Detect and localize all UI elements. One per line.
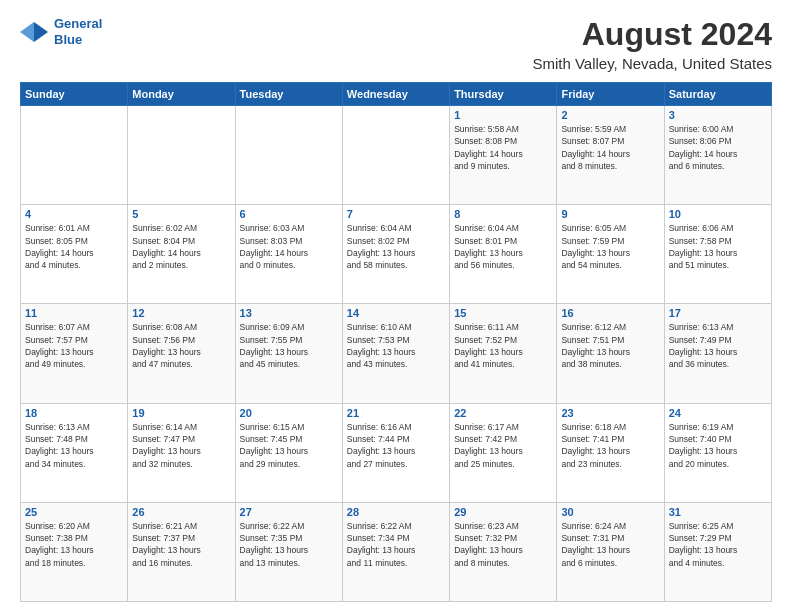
calendar-cell: 12Sunrise: 6:08 AM Sunset: 7:56 PM Dayli… xyxy=(128,304,235,403)
day-info: Sunrise: 6:18 AM Sunset: 7:41 PM Dayligh… xyxy=(561,421,659,470)
calendar-cell: 28Sunrise: 6:22 AM Sunset: 7:34 PM Dayli… xyxy=(342,502,449,601)
day-info: Sunrise: 6:11 AM Sunset: 7:52 PM Dayligh… xyxy=(454,321,552,370)
day-info: Sunrise: 6:00 AM Sunset: 8:06 PM Dayligh… xyxy=(669,123,767,172)
calendar-cell: 9Sunrise: 6:05 AM Sunset: 7:59 PM Daylig… xyxy=(557,205,664,304)
calendar-cell: 24Sunrise: 6:19 AM Sunset: 7:40 PM Dayli… xyxy=(664,403,771,502)
day-info: Sunrise: 6:19 AM Sunset: 7:40 PM Dayligh… xyxy=(669,421,767,470)
day-number: 25 xyxy=(25,506,123,518)
day-info: Sunrise: 6:14 AM Sunset: 7:47 PM Dayligh… xyxy=(132,421,230,470)
calendar-cell: 23Sunrise: 6:18 AM Sunset: 7:41 PM Dayli… xyxy=(557,403,664,502)
calendar-cell: 5Sunrise: 6:02 AM Sunset: 8:04 PM Daylig… xyxy=(128,205,235,304)
calendar-cell: 13Sunrise: 6:09 AM Sunset: 7:55 PM Dayli… xyxy=(235,304,342,403)
calendar-cell: 31Sunrise: 6:25 AM Sunset: 7:29 PM Dayli… xyxy=(664,502,771,601)
day-info: Sunrise: 6:17 AM Sunset: 7:42 PM Dayligh… xyxy=(454,421,552,470)
day-number: 6 xyxy=(240,208,338,220)
calendar-week-2: 11Sunrise: 6:07 AM Sunset: 7:57 PM Dayli… xyxy=(21,304,772,403)
day-info: Sunrise: 6:15 AM Sunset: 7:45 PM Dayligh… xyxy=(240,421,338,470)
svg-marker-1 xyxy=(20,22,34,42)
day-info: Sunrise: 6:01 AM Sunset: 8:05 PM Dayligh… xyxy=(25,222,123,271)
day-number: 3 xyxy=(669,109,767,121)
calendar-cell: 27Sunrise: 6:22 AM Sunset: 7:35 PM Dayli… xyxy=(235,502,342,601)
day-info: Sunrise: 6:22 AM Sunset: 7:35 PM Dayligh… xyxy=(240,520,338,569)
main-title: August 2024 xyxy=(532,16,772,53)
calendar-cell: 25Sunrise: 6:20 AM Sunset: 7:38 PM Dayli… xyxy=(21,502,128,601)
day-info: Sunrise: 6:10 AM Sunset: 7:53 PM Dayligh… xyxy=(347,321,445,370)
day-info: Sunrise: 6:24 AM Sunset: 7:31 PM Dayligh… xyxy=(561,520,659,569)
day-info: Sunrise: 6:04 AM Sunset: 8:01 PM Dayligh… xyxy=(454,222,552,271)
logo-text: General Blue xyxy=(54,16,102,47)
logo: General Blue xyxy=(20,16,102,47)
calendar-cell: 4Sunrise: 6:01 AM Sunset: 8:05 PM Daylig… xyxy=(21,205,128,304)
calendar-cell: 26Sunrise: 6:21 AM Sunset: 7:37 PM Dayli… xyxy=(128,502,235,601)
title-block: August 2024 Smith Valley, Nevada, United… xyxy=(532,16,772,72)
day-info: Sunrise: 6:04 AM Sunset: 8:02 PM Dayligh… xyxy=(347,222,445,271)
calendar-cell: 3Sunrise: 6:00 AM Sunset: 8:06 PM Daylig… xyxy=(664,106,771,205)
day-number: 7 xyxy=(347,208,445,220)
day-info: Sunrise: 6:22 AM Sunset: 7:34 PM Dayligh… xyxy=(347,520,445,569)
day-number: 21 xyxy=(347,407,445,419)
day-number: 18 xyxy=(25,407,123,419)
calendar-cell: 10Sunrise: 6:06 AM Sunset: 7:58 PM Dayli… xyxy=(664,205,771,304)
calendar-cell: 22Sunrise: 6:17 AM Sunset: 7:42 PM Dayli… xyxy=(450,403,557,502)
calendar-cell: 17Sunrise: 6:13 AM Sunset: 7:49 PM Dayli… xyxy=(664,304,771,403)
day-number: 15 xyxy=(454,307,552,319)
day-info: Sunrise: 6:06 AM Sunset: 7:58 PM Dayligh… xyxy=(669,222,767,271)
day-info: Sunrise: 5:58 AM Sunset: 8:08 PM Dayligh… xyxy=(454,123,552,172)
calendar-cell: 2Sunrise: 5:59 AM Sunset: 8:07 PM Daylig… xyxy=(557,106,664,205)
day-info: Sunrise: 6:08 AM Sunset: 7:56 PM Dayligh… xyxy=(132,321,230,370)
calendar-week-1: 4Sunrise: 6:01 AM Sunset: 8:05 PM Daylig… xyxy=(21,205,772,304)
calendar-cell: 20Sunrise: 6:15 AM Sunset: 7:45 PM Dayli… xyxy=(235,403,342,502)
calendar-cell: 30Sunrise: 6:24 AM Sunset: 7:31 PM Dayli… xyxy=(557,502,664,601)
day-number: 4 xyxy=(25,208,123,220)
calendar-cell xyxy=(235,106,342,205)
day-number: 12 xyxy=(132,307,230,319)
calendar-week-0: 1Sunrise: 5:58 AM Sunset: 8:08 PM Daylig… xyxy=(21,106,772,205)
svg-marker-0 xyxy=(34,22,48,42)
day-number: 20 xyxy=(240,407,338,419)
day-number: 29 xyxy=(454,506,552,518)
day-info: Sunrise: 6:25 AM Sunset: 7:29 PM Dayligh… xyxy=(669,520,767,569)
day-info: Sunrise: 6:05 AM Sunset: 7:59 PM Dayligh… xyxy=(561,222,659,271)
calendar-cell: 14Sunrise: 6:10 AM Sunset: 7:53 PM Dayli… xyxy=(342,304,449,403)
calendar-cell: 8Sunrise: 6:04 AM Sunset: 8:01 PM Daylig… xyxy=(450,205,557,304)
day-number: 11 xyxy=(25,307,123,319)
day-number: 2 xyxy=(561,109,659,121)
weekday-header-saturday: Saturday xyxy=(664,83,771,106)
calendar-cell xyxy=(128,106,235,205)
calendar-cell: 16Sunrise: 6:12 AM Sunset: 7:51 PM Dayli… xyxy=(557,304,664,403)
day-number: 13 xyxy=(240,307,338,319)
day-number: 1 xyxy=(454,109,552,121)
day-number: 30 xyxy=(561,506,659,518)
day-number: 9 xyxy=(561,208,659,220)
calendar-cell: 29Sunrise: 6:23 AM Sunset: 7:32 PM Dayli… xyxy=(450,502,557,601)
calendar-cell: 19Sunrise: 6:14 AM Sunset: 7:47 PM Dayli… xyxy=(128,403,235,502)
day-info: Sunrise: 6:20 AM Sunset: 7:38 PM Dayligh… xyxy=(25,520,123,569)
day-number: 17 xyxy=(669,307,767,319)
calendar-week-3: 18Sunrise: 6:13 AM Sunset: 7:48 PM Dayli… xyxy=(21,403,772,502)
weekday-header-monday: Monday xyxy=(128,83,235,106)
day-number: 28 xyxy=(347,506,445,518)
day-number: 27 xyxy=(240,506,338,518)
day-info: Sunrise: 6:23 AM Sunset: 7:32 PM Dayligh… xyxy=(454,520,552,569)
calendar-cell: 15Sunrise: 6:11 AM Sunset: 7:52 PM Dayli… xyxy=(450,304,557,403)
day-number: 31 xyxy=(669,506,767,518)
calendar-cell: 1Sunrise: 5:58 AM Sunset: 8:08 PM Daylig… xyxy=(450,106,557,205)
day-number: 26 xyxy=(132,506,230,518)
header: General Blue August 2024 Smith Valley, N… xyxy=(20,16,772,72)
day-info: Sunrise: 6:16 AM Sunset: 7:44 PM Dayligh… xyxy=(347,421,445,470)
day-number: 23 xyxy=(561,407,659,419)
calendar-cell: 18Sunrise: 6:13 AM Sunset: 7:48 PM Dayli… xyxy=(21,403,128,502)
day-number: 5 xyxy=(132,208,230,220)
calendar-header-row: SundayMondayTuesdayWednesdayThursdayFrid… xyxy=(21,83,772,106)
day-info: Sunrise: 6:03 AM Sunset: 8:03 PM Dayligh… xyxy=(240,222,338,271)
calendar-week-4: 25Sunrise: 6:20 AM Sunset: 7:38 PM Dayli… xyxy=(21,502,772,601)
day-number: 16 xyxy=(561,307,659,319)
day-info: Sunrise: 6:09 AM Sunset: 7:55 PM Dayligh… xyxy=(240,321,338,370)
day-info: Sunrise: 6:12 AM Sunset: 7:51 PM Dayligh… xyxy=(561,321,659,370)
day-info: Sunrise: 6:07 AM Sunset: 7:57 PM Dayligh… xyxy=(25,321,123,370)
day-number: 19 xyxy=(132,407,230,419)
calendar-cell: 11Sunrise: 6:07 AM Sunset: 7:57 PM Dayli… xyxy=(21,304,128,403)
calendar-cell: 21Sunrise: 6:16 AM Sunset: 7:44 PM Dayli… xyxy=(342,403,449,502)
day-info: Sunrise: 6:21 AM Sunset: 7:37 PM Dayligh… xyxy=(132,520,230,569)
day-info: Sunrise: 6:13 AM Sunset: 7:48 PM Dayligh… xyxy=(25,421,123,470)
